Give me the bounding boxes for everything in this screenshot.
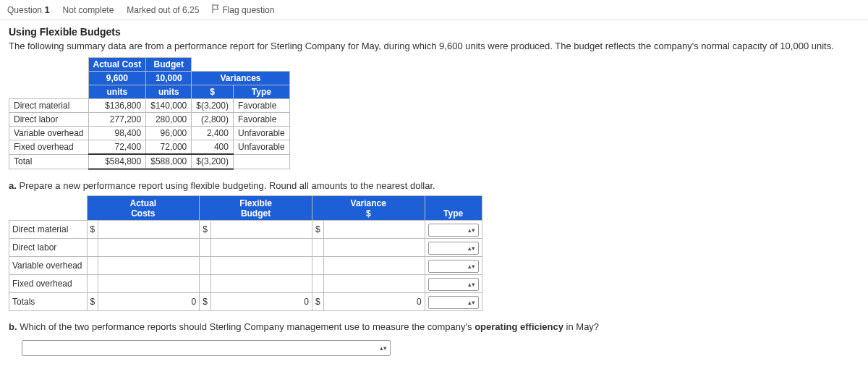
answer-totals-row: Totals $ 0 $ 0 $ 0 ▴▾	[9, 293, 482, 311]
input-actual[interactable]	[98, 221, 200, 239]
hdr-actual-cost: Actual Cost	[88, 58, 146, 72]
part-b-text-before: Which of the two performance reports sho…	[20, 321, 475, 332]
cell-budget: 96,000	[146, 127, 192, 140]
type-select[interactable]: ▴▾	[428, 296, 479, 309]
question-content: Using Flexible Budgets The following sum…	[0, 20, 868, 370]
input-flexible[interactable]	[210, 221, 312, 239]
type-select[interactable]: ▴▾	[428, 278, 479, 291]
dollar-sign	[87, 275, 98, 293]
type-select[interactable]: ▴▾	[428, 242, 479, 255]
cell-actual: 98,400	[88, 127, 146, 140]
page-title: Using Flexible Budgets	[9, 26, 859, 38]
chevron-updown-icon: ▴▾	[468, 245, 475, 252]
input-flexible[interactable]	[210, 257, 312, 275]
input-flexible[interactable]	[210, 239, 312, 257]
cell-actual: $136,800	[88, 99, 146, 113]
chevron-updown-icon: ▴▾	[468, 263, 475, 270]
dollar-sign: $	[87, 293, 98, 311]
part-b-label: b.	[9, 321, 17, 332]
dollar-sign: $	[200, 221, 211, 239]
hdr-actual-units-val: 9,600	[88, 72, 146, 85]
table-row: Fixed overhead 72,400 72,000 400 Unfavor…	[9, 140, 290, 155]
cell-variance: 2,400	[192, 127, 234, 140]
part-b-text-bold: operating efficiency	[475, 321, 563, 332]
input-variance[interactable]	[323, 257, 425, 275]
row-label: Variable overhead	[9, 127, 89, 140]
input-variance[interactable]	[323, 239, 425, 257]
row-label: Direct material	[9, 99, 89, 113]
hdr-var-type: Type	[233, 85, 289, 99]
hdr-actual-costs: Actual Costs	[87, 196, 200, 221]
input-actual[interactable]	[98, 257, 200, 275]
question-status: Not complete	[63, 5, 114, 15]
flag-question-link[interactable]: Flag question	[212, 4, 274, 15]
intro-text: The following summary data are from a pe…	[9, 41, 859, 51]
cell-variance-total: $(3,200)	[192, 154, 234, 169]
answer-row: Variable overhead ▴▾	[9, 257, 482, 275]
cell-type: Favorable	[233, 99, 289, 113]
hdr-var-amount: $	[192, 85, 234, 99]
cell-variance: $(3,200)	[192, 99, 234, 113]
hdr-type2: Type	[425, 196, 482, 221]
total-variance[interactable]: 0	[323, 293, 425, 311]
hdr-budget: Budget	[146, 58, 192, 72]
table-row: Variable overhead 98,400 96,000 2,400 Un…	[9, 127, 290, 140]
cell-budget: 72,000	[146, 140, 192, 155]
row-label: Fixed overhead	[9, 140, 89, 155]
question-marks: Marked out of 6.25	[127, 5, 199, 15]
cell-type: Favorable	[233, 113, 289, 127]
dollar-sign: $	[312, 221, 323, 239]
input-variance[interactable]	[323, 221, 425, 239]
dollar-sign	[312, 239, 323, 257]
dollar-sign	[200, 239, 211, 257]
hdr-variances: Variances	[192, 72, 289, 85]
hdr-variance2: Variance $	[312, 196, 425, 221]
type-select-cell: ▴▾	[425, 239, 482, 257]
input-variance[interactable]	[323, 275, 425, 293]
cell-type: Unfavorable	[233, 140, 289, 155]
dollar-sign	[200, 275, 211, 293]
type-select[interactable]: ▴▾	[428, 224, 479, 237]
hdr-budget-units: units	[146, 85, 192, 99]
part-a-label: a.	[9, 180, 17, 191]
cell-budget: 280,000	[146, 113, 192, 127]
part-a-text: Prepare a new performance report using f…	[19, 180, 435, 191]
question-number-value: 1	[44, 4, 49, 15]
total-actual[interactable]: 0	[98, 293, 200, 311]
row-label: Variable overhead	[9, 257, 88, 275]
cell-actual-total: $584,800	[88, 154, 146, 169]
dollar-sign	[312, 275, 323, 293]
part-b-text-after: in May?	[563, 321, 599, 332]
hdr-flexible-budget: Flexible Budget	[200, 196, 312, 221]
answer-row: Fixed overhead ▴▾	[9, 275, 482, 293]
row-label: Direct labor	[9, 113, 89, 127]
table-row: Direct labor 277,200 280,000 (2,800) Fav…	[9, 113, 290, 127]
cell-budget: $140,000	[146, 99, 192, 113]
dollar-sign: $	[87, 221, 98, 239]
total-flexible[interactable]: 0	[210, 293, 312, 311]
input-actual[interactable]	[98, 275, 200, 293]
hdr-flexible: Flexible	[239, 198, 272, 208]
part-b: b. Which of the two performance reports …	[9, 321, 602, 356]
dollar-sign: $	[312, 293, 323, 311]
row-label: Totals	[9, 293, 88, 311]
question-label-text: Question	[7, 5, 42, 15]
question-header: Question 1 Not complete Marked out of 6.…	[0, 0, 868, 20]
hdr-actual-units: units	[88, 85, 146, 99]
row-label: Direct material	[9, 221, 88, 239]
input-actual[interactable]	[98, 239, 200, 257]
part-b-select[interactable]: ▴▾	[22, 340, 391, 356]
table-row: Direct material $136,800 $140,000 $(3,20…	[9, 99, 290, 113]
type-select-cell: ▴▾	[425, 221, 482, 239]
row-label: Fixed overhead	[9, 275, 88, 293]
answer-row: Direct labor ▴▾	[9, 239, 482, 257]
type-select[interactable]: ▴▾	[428, 260, 479, 273]
chevron-updown-icon: ▴▾	[468, 281, 475, 288]
dollar-sign	[87, 239, 98, 257]
part-a: a. Prepare a new performance report usin…	[9, 180, 859, 191]
answer-row: Direct material $ $ $ ▴▾	[9, 221, 482, 239]
input-flexible[interactable]	[210, 275, 312, 293]
dollar-sign	[200, 257, 211, 275]
type-select-cell: ▴▾	[425, 275, 482, 293]
summary-table: Actual Cost Budget 9,600 10,000 Variance…	[9, 57, 290, 170]
